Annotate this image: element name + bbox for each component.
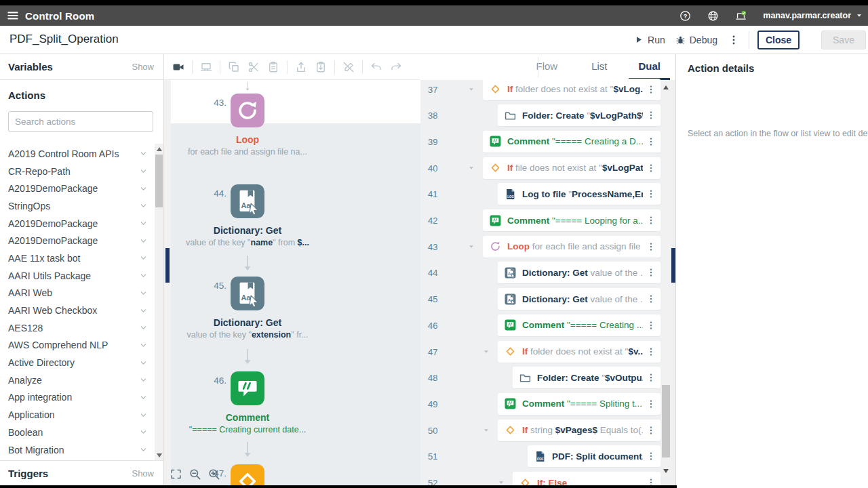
package-item-a2019demopackage[interactable]: A2019DemoPackage (0, 232, 155, 249)
package-item-cr-repo-path[interactable]: CR-Repo-Path (0, 163, 155, 180)
cut-icon[interactable] (248, 61, 260, 73)
action-row-40[interactable]: If file does not exist at "$vLogPat... (483, 157, 660, 179)
chevron-down-icon[interactable] (139, 393, 148, 402)
action-row-42[interactable]: Comment "===== Looping for a... (483, 209, 660, 231)
row-kebab-menu[interactable] (646, 136, 656, 148)
scroll-up-arrow[interactable] (663, 85, 669, 89)
list-scroll-thumb[interactable] (662, 385, 670, 458)
actions-scroll-thumb[interactable] (155, 155, 163, 207)
fit-screen-icon[interactable] (170, 468, 182, 481)
collapse-caret-icon[interactable] (468, 165, 475, 171)
flow-canvas[interactable]: 43. Loop for each file and assign file n… (164, 80, 420, 486)
desktop-icon[interactable] (200, 61, 212, 73)
collapse-caret-icon[interactable] (468, 243, 475, 250)
row-kebab-menu[interactable] (646, 188, 656, 200)
clipboard-run-icon[interactable] (315, 61, 327, 73)
row-kebab-menu[interactable] (646, 346, 656, 358)
package-item-a2019demopackage[interactable]: A2019DemoPackage (0, 180, 155, 197)
row-kebab-menu[interactable] (646, 214, 656, 226)
package-item-bot-migration[interactable]: Bot Migration (0, 441, 155, 459)
list-scrollbar[interactable] (660, 81, 671, 477)
globe-icon[interactable] (707, 10, 719, 22)
package-item-analyze[interactable]: Analyze (0, 371, 155, 389)
undo-icon[interactable] (370, 61, 382, 73)
action-row-46[interactable]: Comment "===== Creating ... (498, 314, 660, 336)
package-item-aari-web[interactable]: AARI Web (0, 285, 155, 302)
action-row-50[interactable]: If string $vPages$ Equals to(... (498, 420, 660, 441)
chevron-down-icon[interactable] (139, 219, 148, 228)
hamburger-menu-icon[interactable] (7, 9, 19, 22)
action-row-51[interactable]: PDF PDF: Split document... (528, 445, 660, 467)
chevron-down-icon[interactable] (139, 411, 148, 420)
chevron-down-icon[interactable] (139, 253, 148, 262)
row-kebab-menu[interactable] (646, 162, 656, 174)
row-kebab-menu[interactable] (646, 241, 656, 253)
record-camera-icon[interactable] (172, 61, 184, 73)
if-node-icon[interactable] (231, 464, 264, 486)
action-row-44[interactable]: Aa Dictionary: Get value of the ... (498, 262, 660, 283)
package-item-aari-web-checkbox[interactable]: AARI Web Checkbox (0, 302, 155, 319)
row-kebab-menu[interactable] (646, 398, 656, 410)
package-item-a2019demopackage[interactable]: A2019DemoPackage (0, 215, 155, 232)
action-row-48[interactable]: Folder: Create "$vOutpu... (513, 367, 660, 388)
chevron-down-icon[interactable] (139, 445, 148, 454)
package-item-stringops[interactable]: StringOps (0, 197, 155, 215)
package-item-app-integration[interactable]: App integration (0, 389, 155, 407)
chevron-down-icon[interactable] (139, 323, 148, 332)
actions-scrollbar[interactable] (155, 144, 163, 461)
dict-node-icon[interactable]: Aa (231, 277, 264, 310)
redo-icon[interactable] (390, 61, 402, 73)
share-up-icon[interactable] (295, 61, 307, 73)
action-row-47[interactable]: If folder does not exist at "$v... (498, 341, 660, 363)
pen-disabled-icon[interactable] (342, 61, 355, 73)
scroll-down-arrow[interactable] (663, 469, 669, 473)
action-row-38[interactable]: Folder: Create "$vLogPath$\... (498, 104, 660, 126)
collapse-caret-icon[interactable] (483, 348, 490, 355)
action-row-39[interactable]: Comment "===== Creating a D... (483, 131, 660, 152)
package-item-boolean[interactable]: Boolean (0, 424, 155, 441)
scroll-down-arrow[interactable] (157, 453, 162, 458)
row-kebab-menu[interactable] (646, 450, 656, 462)
list-pane-scroll-indicator[interactable] (671, 248, 675, 283)
chevron-down-icon[interactable] (139, 289, 148, 298)
action-row-37[interactable]: If folder does not exist at "$vLog... (483, 79, 660, 100)
action-row-43[interactable]: Loop for each file and assign file ... (483, 236, 660, 258)
package-item-aes128[interactable]: AES128 (0, 319, 155, 337)
user-menu[interactable]: manav.parmar.creator (763, 11, 863, 20)
package-item-aari-utils-package[interactable]: AARI Utils Package (0, 267, 155, 285)
chevron-down-icon[interactable] (139, 359, 148, 367)
chevron-down-icon[interactable] (139, 237, 148, 245)
action-row-41[interactable]: LOG Log to file "ProcessName,Er... (498, 183, 660, 205)
copy-icon[interactable] (228, 61, 240, 73)
scroll-up-arrow[interactable] (157, 147, 162, 151)
row-kebab-menu[interactable] (646, 83, 656, 96)
close-button[interactable]: Close (757, 30, 800, 49)
run-button[interactable]: Run (633, 35, 665, 45)
triggers-show-link[interactable]: Show (132, 468, 154, 479)
comment-node-icon[interactable] (231, 371, 264, 405)
search-actions-input[interactable] (8, 111, 153, 132)
zoom-out-icon[interactable] (189, 468, 201, 481)
dict-node-icon[interactable]: Aa (231, 184, 264, 218)
chevron-down-icon[interactable] (139, 271, 148, 280)
package-item-active-directory[interactable]: Active Directory (0, 354, 155, 371)
row-kebab-menu[interactable] (646, 266, 656, 279)
debug-button[interactable]: Debug (675, 35, 717, 45)
action-row-45[interactable]: Aa Dictionary: Get value of the ... (498, 288, 660, 310)
chevron-down-icon[interactable] (139, 201, 148, 210)
help-icon[interactable]: ? (679, 10, 691, 22)
package-item-aws-comprehend-nlp[interactable]: AWS Comprehend NLP (0, 337, 155, 354)
chevron-down-icon[interactable] (139, 167, 148, 176)
row-kebab-menu[interactable] (646, 293, 656, 305)
chevron-down-icon[interactable] (139, 341, 148, 350)
chevron-down-icon[interactable] (139, 184, 148, 193)
save-button[interactable]: Save (821, 30, 866, 49)
collapse-caret-icon[interactable] (483, 427, 490, 434)
package-item-a2019-control-room-apis[interactable]: A2019 Control Room APIs (0, 145, 155, 163)
paste-icon[interactable] (267, 61, 279, 73)
row-kebab-menu[interactable] (646, 371, 656, 384)
zoom-in-icon[interactable] (208, 468, 220, 481)
row-kebab-menu[interactable] (646, 319, 656, 331)
chevron-down-icon[interactable] (139, 306, 148, 315)
variables-show-link[interactable]: Show (132, 62, 154, 72)
